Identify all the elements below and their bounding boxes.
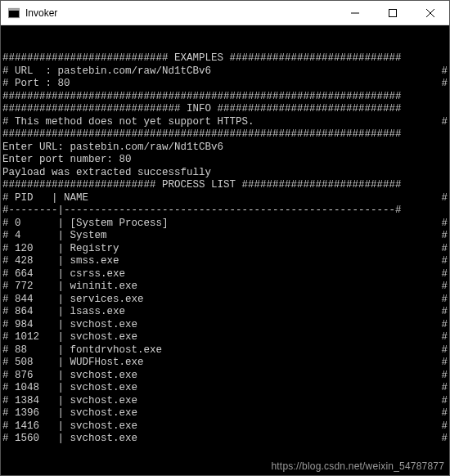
process-row: # 88 | fontdrvhost.exe# — [2, 344, 448, 357]
rule-dashed: #--------|------------------------------… — [2, 204, 448, 218]
rule: ########################################… — [2, 128, 448, 141]
process-row: # 876 | svchost.exe# — [2, 370, 448, 383]
console-output[interactable]: ########################### EXAMPLES ###… — [1, 25, 449, 475]
process-row: # 1048 | svchost.exe# — [2, 382, 448, 395]
rule: ########################################… — [2, 91, 448, 104]
process-row: # 864 | lsass.exe# — [2, 306, 448, 319]
svg-rect-3 — [389, 9, 397, 16]
info-line: # This method does not yet support HTTPS… — [2, 116, 448, 129]
process-row: # 1396 | svchost.exe# — [2, 407, 448, 420]
process-row: # 428 | smss.exe# — [2, 255, 448, 268]
process-row: # 120 | Registry# — [2, 243, 448, 256]
process-row: # 508 | WUDFHost.exe# — [2, 357, 448, 370]
process-row: # 1012 | svchost.exe# — [2, 331, 448, 344]
window-title: Invoker — [25, 7, 336, 19]
prompt-url: Enter URL: pastebin.com/raw/Nd1tCBv6 — [2, 141, 448, 155]
terminal-icon — [7, 7, 20, 20]
process-row: # 0 | [System Process]# — [2, 218, 448, 231]
process-row: # 1560 | svchost.exe# — [2, 433, 448, 446]
table-header: # PID | NAME# — [2, 192, 448, 205]
process-row: # 664 | csrss.exe# — [2, 268, 448, 281]
maximize-button[interactable] — [374, 1, 412, 25]
app-window: Invoker ########################### EXAM… — [0, 0, 450, 476]
titlebar[interactable]: Invoker — [1, 1, 449, 25]
process-row: # 844 | services.exe# — [2, 294, 448, 307]
watermark-text: https://blog.csdn.net/weixin_54787877 — [271, 460, 444, 474]
status-line: Payload was extracted successfully — [2, 167, 448, 180]
svg-rect-1 — [8, 8, 19, 11]
process-row: # 4 | System# — [2, 230, 448, 243]
example-url: # URL : pastebin.com/raw/Nd1tCBv6# — [2, 65, 448, 79]
process-row: # 984 | svchost.exe# — [2, 319, 448, 332]
process-row: # 1416 | svchost.exe# — [2, 420, 448, 433]
banner-process-list: ######################### PROCESS LIST #… — [2, 179, 448, 192]
process-row: # 1384 | svchost.exe# — [2, 395, 448, 408]
window-controls — [336, 1, 449, 25]
banner-examples: ########################### EXAMPLES ###… — [2, 52, 448, 65]
close-button[interactable] — [412, 1, 449, 25]
minimize-button[interactable] — [336, 1, 374, 25]
example-port: # Port : 80# — [2, 78, 448, 91]
prompt-port: Enter port number: 80 — [2, 154, 448, 167]
banner-info: ############################# INFO #####… — [2, 103, 448, 116]
process-row: # 772 | wininit.exe# — [2, 281, 448, 294]
